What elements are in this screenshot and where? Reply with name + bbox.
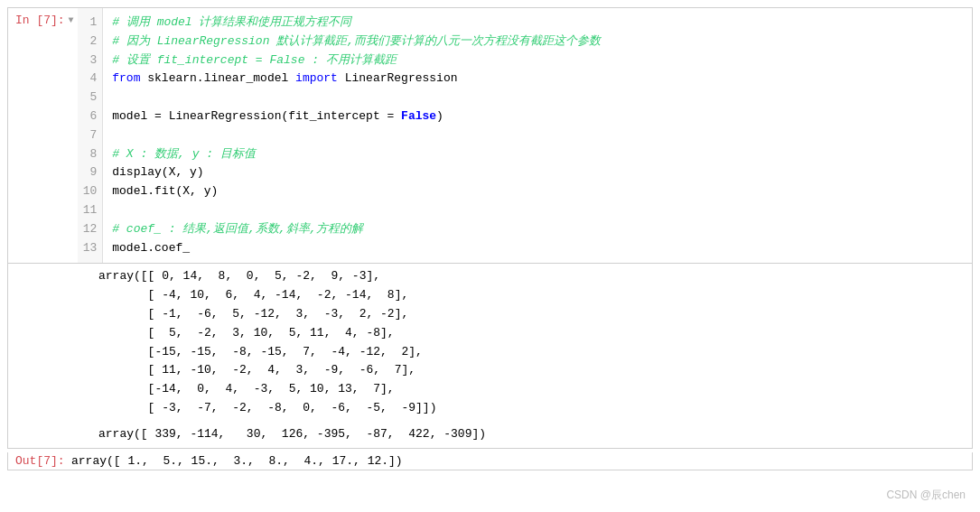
comment-8: # X : 数据, y : 目标值 xyxy=(112,147,256,161)
output-line-6: [ 11, -10, -2, 4, 3, -9, -6, 7], xyxy=(98,361,972,380)
output-line-5: [-15, -15, -8, -15, 7, -4, -12, 2], xyxy=(98,343,972,362)
kw-import: import xyxy=(295,71,338,85)
code-line-6: model = LinearRegression(fit_intercept =… xyxy=(112,107,963,126)
output-line-1: array([[ 0, 14, 8, 0, 5, -2, 9, -3], xyxy=(98,267,972,286)
in-label-text: In [7]: xyxy=(15,14,65,27)
code-line-1: # 调用 model 计算结果和使用正规方程不同 xyxy=(112,14,963,33)
code-area[interactable]: # 调用 model 计算结果和使用正规方程不同 # 因为 LinearRegr… xyxy=(103,8,972,263)
output-line-7: [-14, 0, 4, -3, 5, 10, 13, 7], xyxy=(98,380,972,399)
code-text: sklearn.linear_model xyxy=(140,71,295,85)
code-line-11 xyxy=(112,201,963,220)
notebook-cell: In [7]: ▼ 12345 678910 111213 # 调用 model… xyxy=(0,0,980,512)
code-text2: LinearRegression xyxy=(338,71,458,85)
output-line-3: [ -1, -6, 5, -12, 3, -3, 2, -2], xyxy=(98,305,972,324)
cell-output-2: array([ 339, -114, 30, 126, -395, -87, 4… xyxy=(7,422,973,449)
code-paren: ) xyxy=(436,109,443,123)
out-label: Out[7]: xyxy=(8,452,71,470)
out-value: array([ 1., 5., 15., 3., 8., 4., 17., 12… xyxy=(71,452,403,470)
code-coef: model.coef_ xyxy=(112,241,190,255)
kw-false: False xyxy=(401,109,436,123)
code-line-5 xyxy=(112,88,963,107)
line-numbers: 12345 678910 111213 xyxy=(78,8,104,263)
comment-1: # 调用 model 计算结果和使用正规方程不同 xyxy=(112,15,351,29)
kw-from: from xyxy=(112,71,140,85)
cell-output-1: array([[ 0, 14, 8, 0, 5, -2, 9, -3], [ -… xyxy=(7,264,973,421)
output-array2: array([ 339, -114, 30, 126, -395, -87, 4… xyxy=(98,425,972,444)
code-model: model = LinearRegression(fit_intercept = xyxy=(112,109,401,123)
cell-input: In [7]: ▼ 12345 678910 111213 # 调用 model… xyxy=(7,7,973,264)
cell-label: In [7]: ▼ xyxy=(8,8,78,263)
comment-3: # 设置 fit_intercept = False : 不用计算截距 xyxy=(112,53,397,67)
out-label-row: Out[7]: array([ 1., 5., 15., 3., 8., 4.,… xyxy=(7,452,973,470)
code-line-4: from sklearn.linear_model import LinearR… xyxy=(112,70,963,88)
collapse-button[interactable]: ▼ xyxy=(69,15,74,25)
output-line-4: [ 5, -2, 3, 10, 5, 11, 4, -8], xyxy=(98,324,972,343)
comment-12: # coef_ : 结果,返回值,系数,斜率,方程的解 xyxy=(112,222,363,236)
code-line-12: # coef_ : 结果,返回值,系数,斜率,方程的解 xyxy=(112,220,963,239)
code-line-3: # 设置 fit_intercept = False : 不用计算截距 xyxy=(112,51,963,70)
code-display: display(X, y) xyxy=(112,165,203,179)
output-line-8: [ -3, -7, -2, -8, 0, -6, -5, -9]]) xyxy=(98,399,972,418)
output-line-2: [ -4, 10, 6, 4, -14, -2, -14, 8], xyxy=(98,286,972,305)
code-line-10: model.fit(X, y) xyxy=(112,182,963,201)
code-line-9: display(X, y) xyxy=(112,163,963,182)
watermark: CSDN @辰chen xyxy=(886,488,966,503)
code-line-13: model.coef_ xyxy=(112,239,963,258)
code-line-2: # 因为 LinearRegression 默认计算截距,而我们要计算的八元一次… xyxy=(112,33,963,51)
comment-2: # 因为 LinearRegression 默认计算截距,而我们要计算的八元一次… xyxy=(112,34,601,48)
code-fit: model.fit(X, y) xyxy=(112,184,218,198)
code-line-8: # X : 数据, y : 目标值 xyxy=(112,145,963,164)
code-line-7 xyxy=(112,126,963,145)
